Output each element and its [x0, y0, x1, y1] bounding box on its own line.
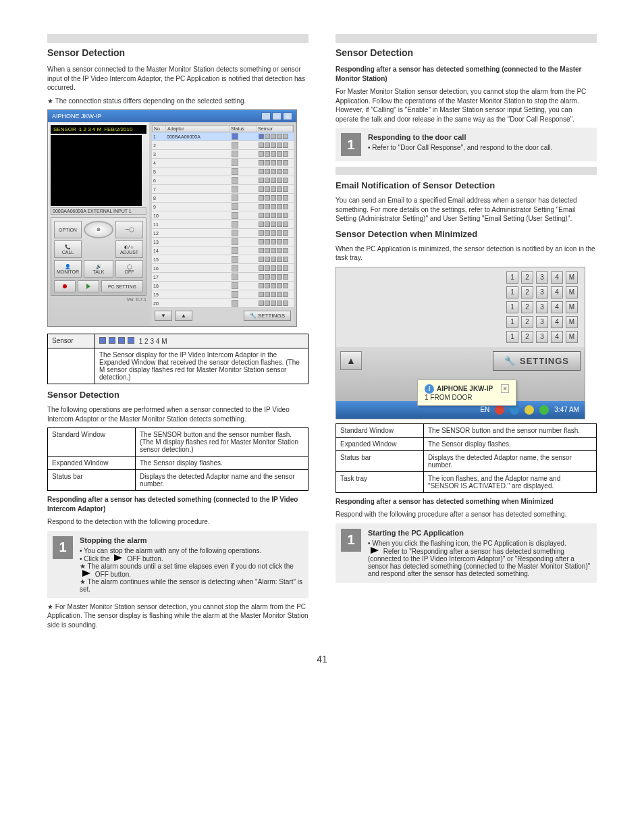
- door-release-icon[interactable]: ⊸◯: [115, 221, 143, 238]
- sensor-cell-2: 2: [521, 271, 533, 284]
- sensor-cell-3: 3: [536, 271, 548, 284]
- email-notif-text: You can send an Email to a specified Ema…: [336, 196, 597, 224]
- response2-text: Respond with the following procedure aft…: [336, 510, 597, 519]
- sensor-cell-M: M: [566, 301, 578, 313]
- sensor-detection-heading: Sensor Detection: [47, 390, 308, 400]
- tray-icon-3: [525, 405, 534, 415]
- sensor-cell-1: 1: [506, 301, 518, 313]
- list-header: No Adaptor Status Sensor: [152, 125, 294, 132]
- sensor-cell-4: 4: [551, 316, 563, 328]
- response-heading: Responding after a sensor has detected s…: [47, 496, 298, 513]
- sensor-cell-4: 4: [551, 271, 563, 284]
- pc-setting-button[interactable]: PC SETTING: [101, 280, 143, 292]
- list-row[interactable]: 1000BAA06000A: [152, 132, 294, 141]
- version-label: Ver. 0.7.1: [51, 297, 146, 302]
- sensor-cell-1: 1: [506, 331, 518, 343]
- monitor-button[interactable]: 👤MONITOR: [54, 260, 82, 278]
- section-title-left: Sensor Detection: [47, 47, 308, 58]
- step-number-r2: 1: [341, 529, 361, 552]
- minimize-icon: _: [261, 112, 271, 120]
- sensor-row: 1234M: [339, 270, 582, 285]
- list-row[interactable]: 20: [152, 299, 294, 308]
- list-row[interactable]: 13: [152, 238, 294, 246]
- lang-indicator: EN: [480, 406, 489, 413]
- list-row[interactable]: 3: [152, 150, 294, 159]
- list-row[interactable]: 16: [152, 264, 294, 273]
- sensor-numbers: 1 2 3 4 M: [79, 126, 101, 132]
- zoom-wheel[interactable]: ⊕: [84, 221, 113, 238]
- list-row[interactable]: 10: [152, 211, 294, 220]
- step-number: 1: [53, 536, 73, 559]
- intro-text: When a sensor connected to the Master Mo…: [47, 65, 308, 93]
- sensor-cell-M: M: [566, 286, 578, 298]
- off-arrow-icon-2: [82, 570, 90, 577]
- sensor-cell-1: 1: [506, 271, 518, 284]
- response2-heading: Responding after a sensor has detected s…: [336, 498, 554, 505]
- list-row[interactable]: 2: [152, 141, 294, 150]
- sensor-cell-4: 4: [551, 301, 563, 313]
- tray-screenshot: 1234M1234M1234M1234M1234M ▲ 🔧 SETTINGS i…: [336, 267, 585, 419]
- right-step-heading: Responding to the door call: [368, 133, 591, 141]
- sensor-row: 1234M: [339, 300, 582, 315]
- sensor-detection-text: The following operations are performed w…: [47, 405, 308, 423]
- list-row[interactable]: 6: [152, 176, 294, 185]
- sensor-cell-3: 3: [536, 286, 548, 298]
- intro-note: ★ The connection status differs dependin…: [47, 97, 308, 106]
- right-response-text: For Master Monitor Station sensor detect…: [336, 87, 597, 124]
- off-arrow-icon: [114, 554, 122, 561]
- settings-button-large[interactable]: 🔧 SETTINGS: [493, 351, 581, 371]
- section-title-right: Sensor Detection: [336, 47, 597, 58]
- sensor-cell-3: 3: [536, 301, 548, 313]
- option-button[interactable]: OPTION: [54, 221, 82, 238]
- close-icon: ×: [283, 112, 292, 120]
- balloon-close-icon[interactable]: ×: [501, 384, 509, 393]
- right-step-2: 1 Starting the PC Application • When you…: [336, 523, 597, 583]
- list-row[interactable]: 9: [152, 203, 294, 211]
- sensor-cell-1: 1: [506, 286, 518, 298]
- sensor-cell-1: 1: [506, 316, 518, 328]
- sensor-cell-4: 4: [551, 331, 563, 343]
- adjust-button[interactable]: ◐/☼ADJUST: [115, 240, 143, 258]
- page-up-button[interactable]: ▲: [175, 311, 192, 321]
- record-button[interactable]: [54, 280, 76, 292]
- response-text: Respond to the detection with the follow…: [47, 517, 308, 527]
- page-down-button[interactable]: ▼: [155, 311, 172, 321]
- sensor-cell-2: 2: [521, 331, 533, 343]
- right-step-1: 1 Responding to the door call • Refer to…: [336, 128, 597, 161]
- sensor-row: 1234M: [339, 330, 582, 344]
- list-row[interactable]: 11: [152, 220, 294, 229]
- page-number: 41: [47, 654, 597, 664]
- tray-icon-4: [539, 405, 549, 415]
- list-row[interactable]: 12: [152, 229, 294, 238]
- step-1: 1 Stopping the alarm • You can stop the …: [47, 531, 308, 598]
- list-row[interactable]: 19: [152, 290, 294, 299]
- off-button[interactable]: ◯OFF: [115, 260, 143, 278]
- list-row[interactable]: 5: [152, 167, 294, 176]
- settings-button[interactable]: 🔧 SETTINGS: [244, 311, 291, 321]
- video-info: 000BAA06000A EXTERNAL INPUT 1: [51, 207, 146, 215]
- sensor-cell-2: 2: [521, 316, 533, 328]
- list-row[interactable]: 17: [152, 273, 294, 282]
- list-row[interactable]: 14: [152, 246, 294, 255]
- sensor-date: FEB/2/2010: [104, 126, 132, 132]
- sensor-cell-2: 2: [521, 286, 533, 298]
- play-button[interactable]: [78, 280, 99, 292]
- app-title: AIPHONE JKW-IP: [52, 113, 101, 120]
- list-row[interactable]: 8: [152, 194, 294, 203]
- sensor-label: SENSOR: [53, 126, 76, 132]
- list-row[interactable]: 4: [152, 159, 294, 167]
- step-heading: Stopping the alarm: [80, 536, 303, 544]
- operation-table: Standard WindowThe SENSOR button and the…: [47, 427, 308, 491]
- minimized-heading: Sensor Detection when Minimized: [336, 229, 597, 239]
- right-response-heading: Responding after a sensor has detected s…: [336, 66, 582, 82]
- list-row[interactable]: 7: [152, 185, 294, 194]
- sensor-cell-4: 4: [551, 286, 563, 298]
- app-window-screenshot: AIPHONE JKW-IP _ □ × SENSOR 1 2 3 4 M FE…: [47, 109, 297, 327]
- up-arrow-button[interactable]: ▲: [340, 351, 362, 370]
- balloon-tooltip: i AIPHONE JKW-IP × 1 FROM DOOR: [417, 380, 516, 406]
- minimized-text: When the PC Application is minimized, th…: [336, 244, 597, 263]
- call-button[interactable]: 📞CALL: [54, 240, 82, 258]
- list-row[interactable]: 18: [152, 282, 294, 290]
- list-row[interactable]: 15: [152, 255, 294, 264]
- talk-button[interactable]: 🔊TALK: [84, 260, 113, 278]
